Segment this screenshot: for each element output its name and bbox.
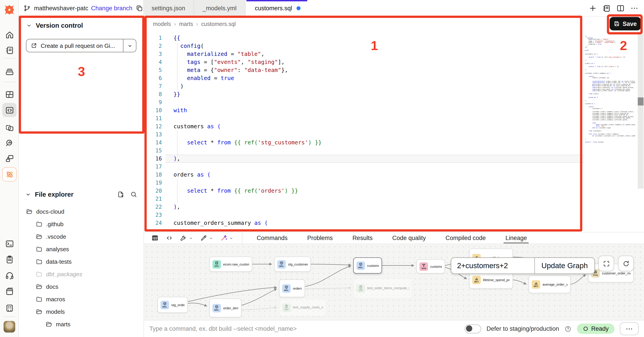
code-editor-icon [5, 105, 14, 115]
file-tree-item-.github[interactable]: .github [25, 218, 137, 230]
breadcrumb-item[interactable]: customers.sql [201, 21, 236, 27]
create-pull-request-button[interactable]: Create a pull request on Gi... [26, 39, 136, 52]
version-control-header[interactable]: Version control [26, 22, 136, 29]
file-tree-item-analyses[interactable]: analyses [25, 243, 137, 255]
code-editor[interactable]: models›marts›customers.sql 1234567891011… [144, 16, 644, 232]
lineage-node-raw_customers[interactable]: SRCecom.raw_customers [209, 257, 252, 272]
line-number: 11 [144, 114, 162, 122]
more-options-button[interactable] [620, 322, 639, 335]
split-view-button[interactable] [615, 3, 626, 13]
lineage-node-customers_model[interactable]: MDLcustomers [353, 258, 382, 274]
status-badge[interactable]: Ready [577, 324, 614, 334]
more-horizontal-button[interactable] [629, 3, 640, 13]
rail-item-avatar[interactable] [2, 320, 16, 334]
scrollbar-thumb[interactable] [638, 97, 644, 105]
command-input[interactable]: Type a command, ex. dbt build --select <… [149, 325, 297, 332]
node-label: customer_order_metrics [602, 271, 630, 275]
lineage-canvas[interactable]: SRCecom.raw_customersMDLstg_customersMDL… [144, 244, 644, 320]
save-button[interactable]: Save [610, 17, 641, 30]
format-brush-button[interactable] [200, 234, 213, 242]
rail-item-organization[interactable] [2, 301, 16, 315]
editor-tab-settings.json[interactable]: settings.json [143, 0, 194, 16]
unsaved-dot-icon [296, 6, 300, 10]
edge-orders-to-test_order_items [305, 288, 351, 289]
dbt-logo-icon[interactable] [3, 3, 16, 16]
panel-tab-Compiled code[interactable]: Compiled code [436, 232, 496, 244]
file-tree-item-docs-cloud[interactable]: docs-cloud [25, 205, 137, 218]
rail-item-docs-book[interactable] [2, 284, 16, 299]
new-file-icon[interactable] [117, 191, 124, 198]
rail-item-canvas[interactable] [2, 120, 16, 135]
rail-item-home[interactable] [2, 28, 16, 42]
minimap[interactable]: {{ config( materialized = "table", tags … [585, 36, 635, 143]
lineage-node-test_order_items[interactable]: TSTtest_order_items_compute_to_bools_cor… [353, 278, 412, 299]
file-tree-item-data-tests[interactable]: data-tests [25, 255, 137, 268]
file-tree-item-marts[interactable]: marts [25, 318, 137, 330]
panel-tab-Code quality[interactable]: Code quality [382, 232, 436, 244]
line-number: 23 [144, 211, 162, 219]
lineage-selector-input[interactable]: 2+customers+2 [451, 258, 534, 274]
defer-toggle[interactable] [465, 324, 481, 333]
editor-tab-customers.sql[interactable]: customers.sql [246, 0, 308, 16]
code-view-button[interactable] [166, 234, 173, 242]
minimap-line: end as customer_type [585, 127, 635, 129]
lineage-refresh-button[interactable] [618, 256, 634, 271]
lineage-node-stg_orders[interactable]: MDLstg_orders [158, 297, 188, 313]
lineage-fullscreen-button[interactable] [598, 256, 614, 271]
minimap-line: }} [585, 47, 635, 48]
file-tree-item-models[interactable]: models [25, 305, 137, 318]
code-content[interactable]: {{ config( materialized = "table", tags … [174, 34, 322, 227]
table-view-button[interactable] [151, 234, 159, 242]
lineage-node-average_order_value[interactable]: METaverage_order_value [528, 275, 571, 293]
search-icon[interactable] [130, 191, 137, 198]
headset-icon [5, 271, 14, 280]
pr-dropdown-toggle[interactable] [124, 39, 136, 52]
rail-item-clipboard[interactable] [2, 252, 16, 266]
branch-selector[interactable]: matthewshaver-patc Change branch [19, 0, 143, 16]
lineage-node-customers_semantic[interactable]: SEMcustomers [416, 259, 445, 274]
file-tree-item-docs[interactable]: docs [25, 280, 137, 293]
help-icon[interactable] [564, 325, 572, 332]
breadcrumb-item[interactable]: models [153, 21, 171, 27]
code-line: enabled = true [174, 74, 322, 82]
ai-assist-icon [220, 234, 228, 242]
rail-item-archive[interactable] [2, 64, 16, 79]
node-label: lifetime_spend_pretax [483, 278, 510, 282]
command-bar: Type a command, ex. dbt build --select <… [144, 320, 644, 337]
plus-button[interactable] [587, 3, 598, 13]
rail-item-notebook[interactable] [2, 43, 16, 57]
rail-item-copilot-atom[interactable] [2, 167, 16, 181]
minimap-line: on customers.customer_id = customer_orde… [585, 135, 635, 137]
rail-item-query-explorer[interactable] [2, 135, 16, 150]
rail-item-code-editor[interactable] [2, 103, 16, 117]
rail-item-grid-blocks[interactable] [2, 87, 16, 101]
lineage-node-orders[interactable]: MDLorders [279, 279, 305, 297]
code-line [174, 130, 322, 139]
rail-item-headset[interactable] [2, 268, 16, 283]
build-tools-button[interactable] [180, 234, 193, 242]
folder-name: docs [46, 283, 58, 290]
rail-item-windows[interactable] [2, 151, 16, 165]
more-horizontal-icon [625, 325, 633, 333]
breadcrumb-item[interactable]: marts [179, 21, 193, 27]
rail-item-terminal[interactable] [2, 236, 16, 251]
chevron-down-icon[interactable] [25, 191, 31, 198]
ai-assist-button[interactable] [220, 234, 234, 242]
panel-tab-Problems[interactable]: Problems [298, 232, 342, 244]
lineage-node-test_supply_costs[interactable]: TSTtest_supply_costs_sum_correctly [279, 299, 326, 317]
file-tree-item-.vscode[interactable]: .vscode [25, 230, 137, 243]
update-graph-button[interactable]: Update Graph [534, 258, 594, 274]
panel-tab-Lineage[interactable]: Lineage [496, 232, 537, 244]
editor-tab-_models.yml[interactable]: _models.yml [194, 0, 246, 16]
panel-tab-Commands[interactable]: Commands [247, 232, 298, 244]
change-branch-link[interactable]: Change branch [91, 5, 132, 11]
panel-tab-Results[interactable]: Results [342, 232, 382, 244]
file-tree-item-macros[interactable]: macros [25, 293, 137, 305]
lineage-node-stg_customers[interactable]: MDLstg_customers [274, 257, 311, 272]
copy-icon[interactable] [136, 4, 143, 12]
file-tree-item-dbt_packages[interactable]: dbt_packages [25, 268, 137, 280]
journal-button[interactable] [601, 3, 612, 13]
tab-label: settings.json [152, 5, 185, 11]
editor-scrollbar[interactable] [638, 31, 644, 189]
lineage-node-order_items[interactable]: MDLorder_items [209, 299, 242, 317]
